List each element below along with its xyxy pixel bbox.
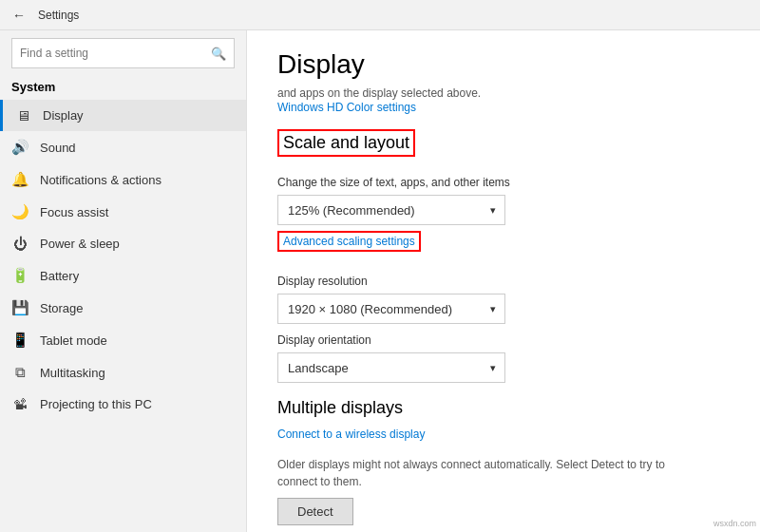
multiple-displays-heading: Multiple displays [277, 398, 730, 418]
orientation-label: Display orientation [277, 333, 730, 347]
search-box[interactable]: 🔍 [11, 38, 235, 68]
notifications-icon: 🔔 [11, 171, 28, 188]
scale-dropdown[interactable]: 125% (Recommended) 100% 150% 175% [277, 195, 505, 225]
sidebar-item-storage[interactable]: 💾 Storage [0, 292, 246, 324]
sidebar-item-label: Multitasking [40, 366, 105, 380]
resolution-label: Display resolution [277, 275, 730, 288]
detect-button[interactable]: Detect [277, 498, 353, 525]
main-layout: 🔍 System 🖥 Display 🔊 Sound 🔔 Notificatio… [0, 30, 760, 532]
advanced-link-container: Advanced scaling settings [277, 231, 730, 265]
scale-dropdown-container: 125% (Recommended) 100% 150% 175% ▾ [277, 195, 505, 225]
sidebar-item-label: Tablet mode [40, 333, 107, 348]
sidebar-section-title: System [0, 76, 246, 100]
sidebar-item-label: Sound [40, 141, 76, 155]
orientation-dropdown[interactable]: Landscape Portrait Landscape (flipped) P… [277, 352, 505, 383]
display-icon: 🖥 [14, 107, 31, 124]
sound-icon: 🔊 [11, 139, 28, 156]
resolution-dropdown[interactable]: 1920 × 1080 (Recommended) 1280 × 720 160… [277, 294, 505, 324]
back-button[interactable]: ← [8, 4, 30, 27]
orientation-dropdown-container: Landscape Portrait Landscape (flipped) P… [277, 352, 505, 383]
sidebar-item-label: Notifications & actions [40, 173, 162, 187]
sidebar-item-label: Power & sleep [40, 237, 120, 251]
sidebar-item-multitasking[interactable]: ⧉ Multitasking [0, 356, 246, 389]
sidebar-item-battery[interactable]: 🔋 Battery [0, 259, 246, 292]
sidebar-item-sound[interactable]: 🔊 Sound [0, 131, 246, 163]
sidebar-item-label: Projecting to this PC [40, 397, 152, 411]
sidebar-item-power[interactable]: ⏻ Power & sleep [0, 228, 246, 259]
battery-icon: 🔋 [11, 267, 28, 284]
content-area: Display and apps on the display selected… [247, 30, 760, 532]
sidebar-item-tablet[interactable]: 📱 Tablet mode [0, 324, 246, 356]
multitasking-icon: ⧉ [11, 364, 28, 381]
page-title: Display [277, 49, 730, 80]
scale-section-heading: Scale and layout [277, 129, 730, 166]
search-icon: 🔍 [211, 47, 226, 61]
resolution-dropdown-container: 1920 × 1080 (Recommended) 1280 × 720 160… [277, 294, 505, 324]
wireless-display-link[interactable]: Connect to a wireless display [277, 428, 730, 441]
older-displays-text: Older displays might not always connect … [277, 456, 676, 490]
storage-icon: 💾 [11, 299, 28, 316]
advanced-scaling-link[interactable]: Advanced scaling settings [277, 231, 421, 252]
power-icon: ⏻ [11, 236, 28, 252]
hd-color-link[interactable]: Windows HD Color settings [277, 101, 730, 114]
sidebar-item-label: Storage [40, 301, 84, 315]
sidebar-item-label: Focus assist [40, 205, 108, 219]
sidebar: 🔍 System 🖥 Display 🔊 Sound 🔔 Notificatio… [0, 30, 247, 532]
projecting-icon: 📽 [11, 396, 28, 412]
sidebar-item-projecting[interactable]: 📽 Projecting to this PC [0, 389, 246, 420]
focus-icon: 🌙 [11, 203, 28, 220]
title-bar: ← Settings [0, 0, 760, 30]
sidebar-item-display[interactable]: 🖥 Display [0, 100, 246, 131]
sidebar-item-label: Display [43, 108, 84, 123]
sidebar-item-focus[interactable]: 🌙 Focus assist [0, 196, 246, 228]
sidebar-item-notifications[interactable]: 🔔 Notifications & actions [0, 163, 246, 196]
search-input[interactable] [20, 47, 205, 60]
tablet-icon: 📱 [11, 332, 28, 349]
scale-description: Change the size of text, apps, and other… [277, 176, 730, 189]
content-subtitle: and apps on the display selected above. [277, 86, 481, 100]
watermark: wsxdn.com [713, 519, 756, 528]
sidebar-item-label: Battery [40, 269, 79, 283]
title-bar-title: Settings [38, 9, 79, 22]
